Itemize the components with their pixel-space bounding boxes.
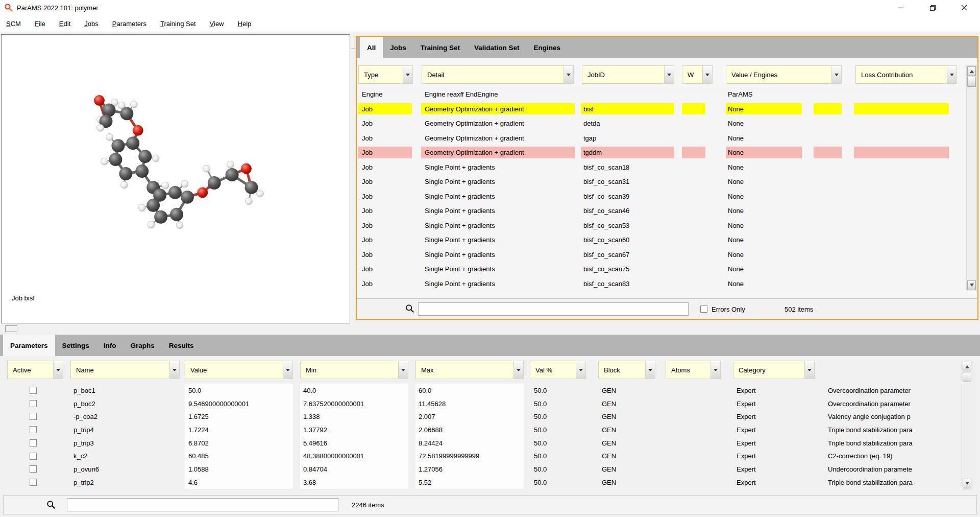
- active-checkbox[interactable]: [30, 400, 37, 407]
- job-row-bisf-co-scan31[interactable]: JobSingle Point + gradientsbisf_co_scan3…: [357, 174, 965, 189]
- job-row-bisf-co-scan60[interactable]: JobSingle Point + gradientsbisf_co_scan6…: [357, 232, 965, 247]
- param-description-cell: Overcoordination parameter: [828, 386, 911, 394]
- parameter-row-p-coa2[interactable]: -p_coa21.67251.3382.00750.0GENExpertVale…: [0, 410, 959, 423]
- column-header-max[interactable]: Max: [415, 361, 524, 379]
- parameter-row-p-trip3[interactable]: p_trip36.87025.496168.2442450.0GENExpert…: [0, 436, 959, 450]
- column-header-min[interactable]: Min: [300, 361, 408, 379]
- column-header-detail[interactable]: Detail: [422, 65, 574, 84]
- column-filter-dropdown-icon[interactable]: [53, 361, 63, 379]
- job-row-detda[interactable]: JobGeometry Optimization + gradientdetda…: [357, 116, 965, 131]
- parameter-row-p-boc2[interactable]: p_boc29.5469000000000017.637520000000001…: [0, 397, 959, 410]
- carbon-atom: [226, 168, 239, 181]
- active-checkbox[interactable]: [30, 479, 37, 486]
- errors-only-checkbox[interactable]: [700, 306, 707, 313]
- jobs-tab-validation-set[interactable]: Validation Set: [467, 37, 527, 58]
- parameter-row-p-ovun6[interactable]: p_ovun61.05880.847041.2705650.0GENExpert…: [0, 462, 959, 476]
- scroll-up-button[interactable]: [967, 66, 976, 76]
- menu-item-scm[interactable]: SCM: [6, 20, 21, 28]
- scroll-down-button[interactable]: [963, 479, 971, 488]
- column-filter-dropdown-icon[interactable]: [664, 66, 674, 83]
- maximize-restore-button[interactable]: [917, 0, 948, 15]
- column-filter-dropdown-icon[interactable]: [645, 361, 655, 379]
- column-filter-dropdown-icon[interactable]: [564, 66, 573, 83]
- jobs-scrollbar[interactable]: [966, 65, 977, 291]
- jobs-tab-engines[interactable]: Engines: [527, 37, 568, 58]
- column-header-val[interactable]: Val %: [530, 361, 586, 379]
- parameter-row-p-trip2[interactable]: p_trip24.63.685.5250.0GENExpertTriple bo…: [0, 476, 959, 489]
- job-row-bisf-co-scan39[interactable]: JobSingle Point + gradientsbisf_co_scan3…: [357, 189, 965, 204]
- menu-item-edit[interactable]: Edit: [59, 20, 70, 28]
- column-header-jobid[interactable]: JobID: [582, 65, 674, 84]
- menu-item-file[interactable]: File: [35, 20, 45, 28]
- column-header-name[interactable]: Name: [70, 361, 180, 379]
- active-checkbox[interactable]: [30, 426, 37, 433]
- column-filter-dropdown-icon[interactable]: [710, 361, 720, 379]
- column-filter-dropdown-icon[interactable]: [283, 361, 292, 379]
- parameters-scrollbar[interactable]: [962, 361, 972, 489]
- menu-item-view[interactable]: View: [210, 20, 224, 28]
- column-filter-dropdown-icon[interactable]: [831, 66, 841, 83]
- param-max-cell: 2.007: [419, 413, 435, 420]
- row-highlight-cell: [854, 103, 949, 115]
- params-tab-results[interactable]: Results: [162, 335, 201, 356]
- job-row-bisf-co-scan67[interactable]: JobSingle Point + gradientsbisf_co_scan6…: [357, 247, 965, 262]
- molecule-3d-view[interactable]: [2, 35, 350, 323]
- parameter-row-p-trip4[interactable]: p_trip41.72241.377922.0668850.0GENExpert…: [0, 423, 959, 436]
- parameter-row-p-boc1[interactable]: p_boc150.040.060.050.0GENExpertOvercoord…: [0, 384, 959, 397]
- column-filter-dropdown-icon[interactable]: [947, 66, 957, 83]
- column-header-value[interactable]: Value: [185, 361, 293, 379]
- vertical-splitter-handle[interactable]: [351, 36, 355, 49]
- column-header-active[interactable]: Active: [7, 361, 63, 379]
- column-filter-dropdown-icon[interactable]: [804, 361, 814, 379]
- params-tab-info[interactable]: Info: [96, 335, 124, 356]
- minimize-button[interactable]: [885, 0, 917, 15]
- column-header-w[interactable]: W: [682, 65, 713, 84]
- job-row-bisf-co-scan83[interactable]: JobSingle Point + gradientsbisf_co_scan8…: [357, 276, 965, 291]
- jobs-tab-training-set[interactable]: Training Set: [413, 37, 467, 58]
- menu-item-training-set[interactable]: Training Set: [160, 20, 196, 28]
- column-filter-dropdown-icon[interactable]: [576, 361, 585, 379]
- horizontal-splitter-handle[interactable]: [5, 325, 17, 332]
- column-filter-dropdown-icon[interactable]: [513, 361, 523, 379]
- params-tab-settings[interactable]: Settings: [55, 335, 96, 356]
- menu-item-jobs[interactable]: Jobs: [84, 20, 98, 28]
- job-row-tgddm[interactable]: JobGeometry Optimization + gradienttgddm…: [357, 145, 965, 160]
- parameter-row-k-c2[interactable]: k_c260.48548.3880000000000172.5819999999…: [0, 450, 959, 463]
- job-row-bisf-co-scan46[interactable]: JobSingle Point + gradientsbisf_co_scan4…: [357, 203, 965, 218]
- active-checkbox[interactable]: [30, 439, 37, 447]
- job-row-engine[interactable]: EngineEngine reaxff EndEngineParAMS: [357, 87, 965, 102]
- column-header-atoms[interactable]: Atoms: [666, 361, 721, 379]
- params-tab-parameters[interactable]: Parameters: [3, 335, 55, 356]
- column-header-block[interactable]: Block: [598, 361, 655, 379]
- column-filter-dropdown-icon[interactable]: [403, 66, 412, 83]
- close-button[interactable]: [948, 0, 980, 15]
- column-header-loss-contribution[interactable]: Loss Contribution: [855, 65, 957, 84]
- column-header-type[interactable]: Type: [358, 65, 413, 84]
- active-checkbox[interactable]: [30, 413, 37, 420]
- job-row-bisf[interactable]: JobGeometry Optimization + gradientbisfN…: [357, 102, 965, 116]
- active-checkbox[interactable]: [30, 453, 37, 460]
- active-checkbox[interactable]: [30, 387, 37, 394]
- column-filter-dropdown-icon[interactable]: [169, 361, 179, 379]
- scroll-down-button[interactable]: [967, 280, 976, 290]
- scroll-thumb[interactable]: [963, 372, 971, 382]
- job-row-bisf-co-scan18[interactable]: JobSingle Point + gradientsbisf_co_scan1…: [357, 160, 965, 175]
- jobs-tab-jobs[interactable]: Jobs: [383, 37, 413, 58]
- column-filter-dropdown-icon[interactable]: [702, 66, 712, 83]
- job-row-tgap[interactable]: JobGeometry Optimization + gradienttgapN…: [357, 131, 965, 146]
- parameters-search-input[interactable]: [67, 498, 338, 511]
- active-checkbox[interactable]: [30, 465, 37, 473]
- params-tab-graphs[interactable]: Graphs: [124, 335, 162, 356]
- molecule-viewer-panel[interactable]: Job bisf: [1, 34, 350, 323]
- scroll-thumb[interactable]: [967, 77, 976, 87]
- jobs-search-input[interactable]: [418, 302, 689, 316]
- menu-item-parameters[interactable]: Parameters: [112, 20, 146, 28]
- column-header-value-engines[interactable]: Value / Engines: [726, 65, 842, 84]
- column-header-category[interactable]: Category: [733, 361, 815, 379]
- menu-item-help[interactable]: Help: [238, 20, 252, 28]
- job-row-bisf-co-scan53[interactable]: JobSingle Point + gradientsbisf_co_scan5…: [357, 218, 965, 233]
- scroll-up-button[interactable]: [963, 362, 971, 371]
- column-filter-dropdown-icon[interactable]: [398, 361, 408, 379]
- job-row-bisf-co-scan75[interactable]: JobSingle Point + gradientsbisf_co_scan7…: [357, 262, 965, 276]
- jobs-tab-all[interactable]: All: [360, 37, 383, 58]
